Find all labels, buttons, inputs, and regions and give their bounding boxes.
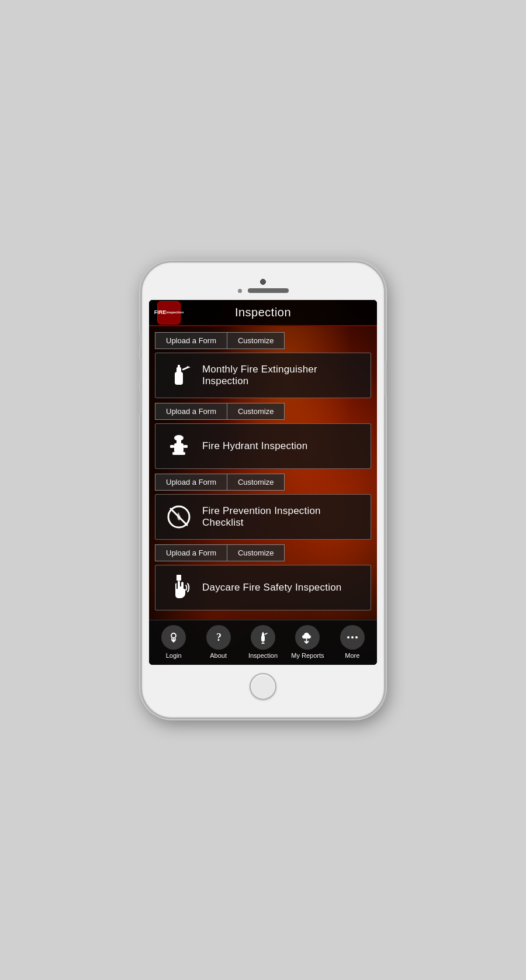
front-sensor bbox=[238, 289, 242, 293]
app-header: FIRE inspection Inspection bbox=[149, 300, 377, 326]
no-fire-icon bbox=[164, 502, 194, 532]
card-title-daycare: Daycare Fire Safety Inspection bbox=[202, 582, 341, 593]
nav-my-reports-label: My Reports bbox=[291, 652, 324, 659]
nav-inspection[interactable]: Inspection bbox=[241, 625, 285, 659]
svg-rect-8 bbox=[170, 445, 174, 448]
mute-button[interactable] bbox=[139, 333, 141, 349]
phone-top bbox=[149, 274, 377, 300]
page-title: Inspection bbox=[235, 306, 291, 319]
power-button[interactable] bbox=[385, 361, 387, 396]
btn-row-prevention: Upload a Form Customize bbox=[155, 474, 371, 491]
nav-login-label: Login bbox=[166, 652, 182, 659]
phone-bottom bbox=[149, 665, 377, 706]
btn-row-extinguisher: Upload a Form Customize bbox=[155, 332, 371, 349]
phone-shell: FIRE inspection Inspection Upload a Form… bbox=[140, 261, 386, 719]
speaker-row bbox=[238, 288, 289, 293]
front-camera bbox=[260, 279, 266, 285]
nav-more-label: More bbox=[345, 652, 359, 659]
svg-point-21 bbox=[351, 636, 354, 639]
svg-rect-0 bbox=[175, 372, 183, 385]
section-prevention: Upload a Form Customize Fire Prevention bbox=[155, 474, 371, 540]
svg-rect-7 bbox=[174, 443, 184, 453]
customize-button-prevention[interactable]: Customize bbox=[227, 474, 285, 491]
nav-my-reports[interactable]: My Reports bbox=[285, 625, 330, 659]
card-title-hydrant: Fire Hydrant Inspection bbox=[202, 440, 307, 452]
btn-row-daycare: Upload a Form Customize bbox=[155, 544, 371, 561]
btn-row-hydrant: Upload a Form Customize bbox=[155, 403, 371, 420]
upload-form-button-extinguisher[interactable]: Upload a Form bbox=[155, 332, 227, 349]
svg-point-14 bbox=[171, 633, 176, 638]
svg-rect-10 bbox=[172, 452, 185, 455]
svg-rect-16 bbox=[261, 636, 265, 641]
svg-point-20 bbox=[347, 636, 349, 639]
app-logo: FIRE inspection bbox=[157, 301, 181, 325]
nav-more[interactable]: More bbox=[330, 625, 375, 659]
svg-rect-6 bbox=[177, 440, 181, 443]
nav-about[interactable]: ? About bbox=[196, 625, 240, 659]
card-prevention[interactable]: Fire Prevention Inspection Checklist bbox=[155, 494, 371, 540]
section-extinguisher: Upload a Form Customize bbox=[155, 332, 371, 398]
card-extinguisher[interactable]: Monthly Fire Extinguisher Inspection bbox=[155, 353, 371, 398]
alarm-icon bbox=[164, 572, 194, 603]
login-icon bbox=[161, 625, 186, 650]
nav-login[interactable]: Login bbox=[151, 625, 196, 659]
volume-down-button[interactable] bbox=[139, 389, 141, 415]
home-button[interactable] bbox=[250, 673, 276, 700]
svg-rect-18 bbox=[262, 632, 264, 634]
nav-about-label: About bbox=[210, 652, 227, 659]
card-title-extinguisher: Monthly Fire Extinguisher Inspection bbox=[202, 364, 362, 387]
nav-inspection-label: Inspection bbox=[248, 652, 278, 659]
bottom-nav: Login ? About bbox=[149, 620, 377, 665]
upload-form-button-hydrant[interactable]: Upload a Form bbox=[155, 403, 227, 420]
card-daycare[interactable]: Daycare Fire Safety Inspection bbox=[155, 565, 371, 610]
svg-text:?: ? bbox=[216, 632, 222, 643]
more-icon bbox=[340, 625, 365, 650]
volume-up-button[interactable] bbox=[139, 357, 141, 383]
card-hydrant[interactable]: Fire Hydrant Inspection bbox=[155, 423, 371, 469]
upload-form-button-daycare[interactable]: Upload a Form bbox=[155, 544, 227, 561]
customize-button-daycare[interactable]: Customize bbox=[227, 544, 285, 561]
card-title-prevention: Fire Prevention Inspection Checklist bbox=[202, 505, 362, 529]
section-daycare: Upload a Form Customize bbox=[155, 544, 371, 610]
customize-button-extinguisher[interactable]: Customize bbox=[227, 332, 285, 349]
customize-button-hydrant[interactable]: Customize bbox=[227, 403, 285, 420]
svg-marker-4 bbox=[187, 366, 191, 368]
earpiece-speaker bbox=[248, 288, 289, 293]
about-icon: ? bbox=[206, 625, 231, 650]
my-reports-icon bbox=[295, 625, 320, 650]
svg-rect-13 bbox=[177, 575, 181, 581]
extinguisher-icon bbox=[164, 360, 194, 391]
inspection-nav-icon bbox=[251, 625, 275, 650]
svg-rect-9 bbox=[184, 445, 188, 448]
upload-form-button-prevention[interactable]: Upload a Form bbox=[155, 474, 227, 491]
screen: FIRE inspection Inspection Upload a Form… bbox=[149, 300, 377, 665]
hydrant-icon bbox=[164, 431, 194, 461]
svg-point-22 bbox=[355, 636, 358, 639]
app-body: Upload a Form Customize bbox=[149, 326, 377, 615]
svg-line-19 bbox=[265, 633, 267, 634]
section-hydrant: Upload a Form Customize bbox=[155, 403, 371, 469]
svg-rect-2 bbox=[178, 365, 180, 368]
